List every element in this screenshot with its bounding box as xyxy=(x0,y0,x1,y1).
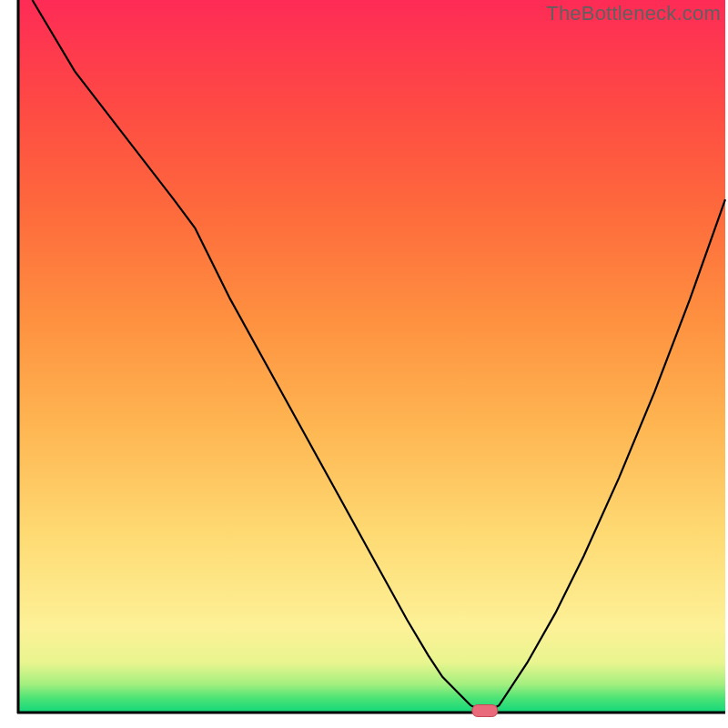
plot-background xyxy=(18,0,725,713)
chart-svg xyxy=(0,0,728,728)
bottleneck-chart: TheBottleneck.com xyxy=(0,0,728,728)
watermark-text: TheBottleneck.com xyxy=(546,2,721,25)
optimal-marker xyxy=(472,705,498,717)
